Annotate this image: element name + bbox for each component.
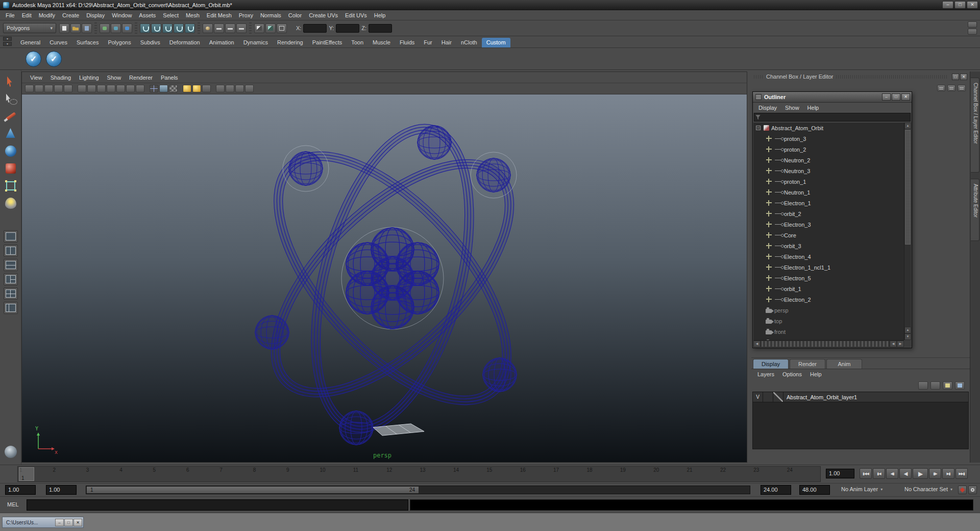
layer-editor-tab[interactable]: Anim: [826, 359, 862, 369]
outliner-item[interactable]: Abstract_Atom_Orbit: [753, 123, 904, 133]
range-slider-track[interactable]: 1 24: [86, 486, 750, 494]
expand-toggle-icon[interactable]: [756, 126, 761, 130]
menu-item[interactable]: Color: [285, 11, 305, 20]
camera-attributes-icon[interactable]: [44, 85, 53, 92]
safe-action-icon[interactable]: [126, 85, 135, 92]
shelf-tab[interactable]: Deformation: [165, 38, 205, 47]
film-gate-icon[interactable]: [87, 85, 96, 92]
layer-row[interactable]: V Abstract_Atom_Orbit_layer1: [753, 392, 968, 402]
rotate-tool[interactable]: [3, 143, 18, 159]
scroll-left-icon[interactable]: ◀: [753, 341, 761, 347]
select-hierarchy-icon[interactable]: [100, 23, 110, 33]
viewport-canvas[interactable]: Y x persp: [22, 94, 747, 462]
panel-menu-item[interactable]: Lighting: [75, 74, 103, 82]
shelf-tab[interactable]: PaintEffects: [308, 38, 347, 47]
drag-grip[interactable]: [836, 75, 948, 79]
snap-curve-icon[interactable]: [151, 23, 161, 33]
paint-effects-tool[interactable]: [3, 444, 18, 460]
menu-item[interactable]: Edit UVs: [341, 11, 371, 20]
toggle-tool-settings-icon[interactable]: [968, 29, 977, 35]
shelf-tab[interactable]: Hair: [437, 38, 456, 47]
panel-menu-item[interactable]: Show: [103, 74, 126, 82]
layer-visibility-toggle[interactable]: V: [753, 392, 763, 402]
outliner-item[interactable]: front: [753, 326, 904, 337]
shelf-tab[interactable]: Polygons: [103, 38, 135, 47]
drag-grip[interactable]: [754, 75, 763, 79]
outliner-window[interactable]: Outliner – □ ✕ Display Show Help: [752, 91, 912, 348]
title-bar[interactable]: Autodesk Maya 2011 x64: D:\29\Abstract_A…: [0, 0, 980, 10]
safe-title-icon[interactable]: [136, 85, 144, 92]
persp-outliner-layout[interactable]: [4, 302, 18, 314]
menu-item[interactable]: Mesh: [182, 11, 203, 20]
layer-editor-menu-item[interactable]: Options: [779, 370, 805, 378]
make-live-icon[interactable]: [203, 23, 213, 33]
outliner-maximize-icon[interactable]: □: [892, 93, 900, 101]
construction-history-icon[interactable]: [236, 23, 247, 33]
camera-snapshot-icon[interactable]: [235, 85, 244, 92]
panel-menu-item[interactable]: Renderer: [125, 74, 157, 82]
outliner-item[interactable]: Neutron_2: [753, 155, 904, 165]
lasso-select-tool[interactable]: [3, 91, 18, 107]
menu-item[interactable]: Normals: [257, 11, 285, 20]
menu-item[interactable]: Edit: [18, 11, 35, 20]
scale-tool[interactable]: [3, 161, 18, 176]
gate-mask-icon[interactable]: [107, 85, 115, 92]
toggle-channel-box-icon[interactable]: [968, 21, 977, 28]
shelf-tab[interactable]: nCloth: [456, 38, 482, 47]
scrollbar-track[interactable]: [761, 341, 890, 347]
x-input[interactable]: [303, 24, 327, 33]
menu-item[interactable]: Edit Mesh: [203, 11, 235, 20]
outliner-horizontal-scrollbar[interactable]: ◀ ◀ ▶: [753, 340, 904, 347]
outliner-vertical-scrollbar[interactable]: ▲ ▲ ▼: [904, 123, 911, 340]
smooth-shade-icon[interactable]: [159, 85, 168, 92]
outliner-menu-item[interactable]: Show: [781, 104, 803, 112]
snap-surface-icon[interactable]: [185, 23, 195, 33]
outliner-item[interactable]: proton_1: [753, 176, 904, 187]
xray-icon[interactable]: [216, 85, 225, 92]
y-input[interactable]: [336, 24, 359, 33]
menu-item[interactable]: Help: [371, 11, 389, 20]
two-pane-side-layout[interactable]: [4, 245, 18, 257]
panel-pin-icon[interactable]: □: [952, 74, 959, 80]
channel-box-header[interactable]: Channel Box / Layer Editor □ ✕: [751, 71, 970, 82]
outliner-item[interactable]: proton_3: [753, 133, 904, 144]
menu-item[interactable]: Modify: [35, 11, 59, 20]
viewport-3d-scene[interactable]: Y x persp: [22, 94, 747, 462]
auto-keyframe-icon[interactable]: [958, 486, 967, 494]
outliner-filter-field[interactable]: [754, 113, 911, 122]
outliner-item[interactable]: orbit_1: [753, 283, 904, 294]
bookmark-icon[interactable]: [54, 85, 63, 92]
camera-lock-icon[interactable]: [35, 85, 43, 92]
minimize-button[interactable]: –: [942, 1, 953, 9]
menu-item[interactable]: Assets: [135, 11, 159, 20]
select-component-icon[interactable]: [122, 23, 132, 33]
scroll-left-icon[interactable]: ◀: [890, 341, 897, 347]
play-backwards-icon[interactable]: [899, 468, 912, 479]
panel-menu-item[interactable]: Shading: [46, 74, 75, 82]
shelf-tab[interactable]: Muscle: [368, 38, 395, 47]
render-frame-icon[interactable]: [254, 23, 264, 33]
select-object-icon[interactable]: [111, 23, 121, 33]
time-slider-track[interactable]: 1 2 3 4 5 6 7 8 9 10: [17, 466, 821, 482]
animation-start-field[interactable]: 1.00: [5, 485, 36, 495]
shelf-tab[interactable]: Toon: [347, 38, 368, 47]
snap-point-icon[interactable]: [162, 23, 173, 33]
mini-close-button[interactable]: ✕: [74, 519, 82, 526]
menu-item[interactable]: Proxy: [235, 11, 257, 20]
step-forward-frame-icon[interactable]: [929, 468, 941, 479]
outliner-item[interactable]: Electron_1: [753, 198, 904, 208]
menu-item[interactable]: Display: [83, 11, 108, 20]
channels-speed-icon[interactable]: [947, 85, 955, 91]
soft-modification-tool[interactable]: [3, 196, 18, 211]
play-forward-icon[interactable]: [913, 468, 928, 479]
command-input[interactable]: [27, 499, 408, 511]
panel-menu-item[interactable]: Panels: [157, 74, 182, 82]
ipr-render-icon[interactable]: [265, 23, 276, 33]
wireframe-icon[interactable]: [150, 85, 158, 92]
layer-playback-toggle[interactable]: [763, 392, 773, 402]
layer-editor-tab[interactable]: Render: [790, 359, 825, 369]
four-pane-layout[interactable]: [4, 287, 18, 300]
scroll-right-icon[interactable]: ▶: [897, 341, 904, 347]
use-default-lighting-icon[interactable]: [183, 85, 191, 92]
two-pane-stacked-layout[interactable]: [4, 259, 18, 271]
